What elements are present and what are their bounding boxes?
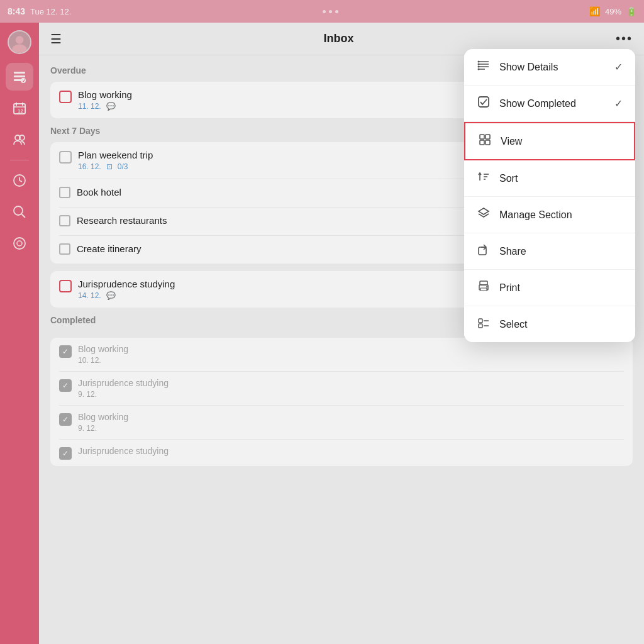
- print-icon: [477, 280, 491, 296]
- view-icon: [478, 133, 492, 149]
- show-completed-check: ✓: [614, 97, 623, 109]
- svg-point-27: [478, 61, 480, 63]
- layers-icon: [477, 207, 491, 223]
- menu-item-print[interactable]: Print: [464, 270, 635, 306]
- svg-marker-40: [479, 208, 489, 214]
- svg-rect-35: [486, 140, 490, 145]
- svg-point-30: [478, 69, 480, 70]
- sort-label: Sort: [499, 173, 623, 184]
- svg-rect-47: [479, 319, 482, 323]
- svg-rect-33: [486, 135, 490, 139]
- share-icon: [477, 243, 491, 259]
- menu-item-select[interactable]: Select: [464, 306, 635, 342]
- svg-rect-49: [479, 324, 482, 328]
- show-details-check: ✓: [614, 61, 623, 73]
- share-label: Share: [499, 246, 623, 257]
- svg-point-29: [478, 66, 480, 68]
- svg-rect-45: [480, 288, 487, 291]
- sort-icon: [477, 170, 491, 186]
- menu-item-show-completed[interactable]: Show Completed ✓: [464, 86, 635, 122]
- svg-point-46: [486, 286, 487, 287]
- menu-item-view[interactable]: View: [464, 122, 635, 160]
- show-details-label: Show Details: [499, 62, 606, 73]
- print-label: Print: [499, 282, 623, 294]
- select-label: Select: [499, 319, 623, 330]
- view-label: View: [501, 136, 621, 147]
- manage-section-label: Manage Section: [499, 209, 623, 221]
- dropdown-menu: Show Details ✓ Show Completed ✓ View: [464, 49, 635, 342]
- show-completed-label: Show Completed: [499, 98, 606, 109]
- menu-item-share[interactable]: Share: [464, 233, 635, 270]
- svg-rect-34: [480, 140, 484, 145]
- svg-rect-32: [480, 135, 484, 139]
- menu-item-manage-section[interactable]: Manage Section: [464, 197, 635, 233]
- svg-rect-43: [480, 281, 487, 285]
- svg-rect-31: [479, 97, 489, 107]
- svg-point-28: [478, 64, 480, 65]
- checkbox-icon: [477, 96, 491, 111]
- select-icon: [477, 316, 491, 332]
- menu-item-show-details[interactable]: Show Details ✓: [464, 49, 635, 86]
- menu-item-sort[interactable]: Sort: [464, 160, 635, 197]
- list-icon: [477, 59, 491, 75]
